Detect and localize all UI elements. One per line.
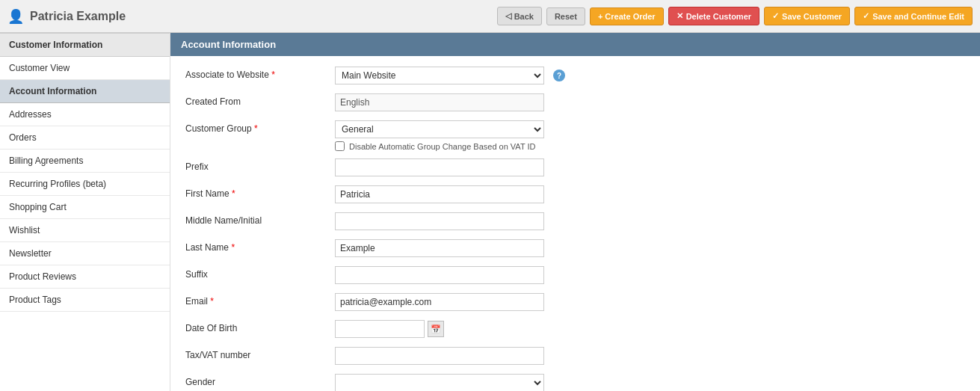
- customer-group-select[interactable]: General Wholesale Retailer: [335, 120, 544, 138]
- delete-icon: ✕: [677, 11, 683, 21]
- calendar-icon: 📅: [431, 324, 441, 334]
- created-from-input: [335, 93, 544, 111]
- save-customer-button[interactable]: ✓ Save Customer: [764, 7, 850, 25]
- prefix-row: Prefix: [185, 158, 965, 178]
- back-icon: ◁: [505, 11, 511, 21]
- disable-auto-group-checkbox[interactable]: [335, 141, 345, 151]
- associate-to-website-select[interactable]: Main Website: [335, 67, 544, 84]
- disable-auto-group-label: Disable Automatic Group Change Based on …: [349, 142, 535, 151]
- first-name-field: [335, 185, 965, 203]
- gender-label: Gender: [185, 374, 335, 387]
- date-of-birth-row: Date Of Birth 📅: [185, 320, 965, 339]
- associate-to-website-field: Main Website ?: [335, 67, 965, 84]
- email-row: Email *: [185, 293, 965, 313]
- sidebar-item-account-information[interactable]: Account Information: [0, 80, 170, 103]
- associate-to-website-row: Associate to Website * Main Website ?: [185, 67, 965, 86]
- back-button[interactable]: ◁ Back: [497, 7, 542, 25]
- top-bar-buttons: ◁ Back Reset + Create Order ✕ Delete Cus…: [497, 7, 973, 25]
- customer-name: Patricia Example: [30, 10, 126, 23]
- tax-vat-label: Tax/VAT number: [185, 347, 335, 360]
- delete-customer-button[interactable]: ✕ Delete Customer: [668, 7, 759, 25]
- last-name-field: [335, 239, 965, 257]
- sidebar-item-shopping-cart[interactable]: Shopping Cart: [0, 196, 170, 219]
- top-bar-left: 👤 Patricia Example: [7, 8, 126, 25]
- account-info-form: Associate to Website * Main Website ?: [170, 56, 980, 391]
- reset-button[interactable]: Reset: [546, 7, 585, 25]
- gender-row: Gender Male Female: [185, 374, 965, 391]
- sidebar-item-billing-agreements[interactable]: Billing Agreements: [0, 150, 170, 173]
- date-of-birth-field: 📅: [335, 320, 965, 338]
- create-order-button[interactable]: + Create Order: [590, 7, 664, 25]
- save-continue-button[interactable]: ✓ Save and Continue Edit: [854, 7, 973, 25]
- email-field: [335, 293, 965, 311]
- created-from-field: [335, 93, 965, 111]
- middle-name-field: [335, 212, 965, 230]
- first-name-label: First Name *: [185, 185, 335, 199]
- sidebar-item-product-reviews[interactable]: Product Reviews: [0, 265, 170, 289]
- gender-select[interactable]: Male Female: [335, 374, 544, 391]
- account-info-section-header: Account Information: [170, 33, 980, 56]
- save-continue-icon: ✓: [863, 11, 869, 21]
- last-name-row: Last Name *: [185, 239, 965, 259]
- first-name-input[interactable]: [335, 185, 544, 203]
- customer-group-row: Customer Group * General Wholesale Retai…: [185, 120, 965, 151]
- suffix-row: Suffix: [185, 266, 965, 286]
- sidebar: Customer Information Customer View Accou…: [0, 33, 170, 391]
- date-picker-button[interactable]: 📅: [428, 321, 444, 337]
- sidebar-item-customer-view[interactable]: Customer View: [0, 57, 170, 80]
- sidebar-item-orders[interactable]: Orders: [0, 126, 170, 150]
- sidebar-section-title: Customer Information: [0, 33, 170, 57]
- main-layout: Customer Information Customer View Accou…: [0, 33, 980, 391]
- top-bar: 👤 Patricia Example ◁ Back Reset + Create…: [0, 0, 980, 33]
- customer-group-field: General Wholesale Retailer Disable Autom…: [335, 120, 965, 151]
- sidebar-item-newsletter[interactable]: Newsletter: [0, 242, 170, 265]
- content-area: Account Information Associate to Website…: [170, 33, 980, 391]
- created-from-label: Created From: [185, 93, 335, 107]
- tax-vat-field: [335, 347, 965, 365]
- tax-vat-input[interactable]: [335, 347, 544, 365]
- customer-group-label: Customer Group *: [185, 120, 335, 134]
- sidebar-item-product-tags[interactable]: Product Tags: [0, 289, 170, 312]
- suffix-label: Suffix: [185, 266, 335, 280]
- middle-name-label: Middle Name/Initial: [185, 212, 335, 226]
- disable-auto-group-row: Disable Automatic Group Change Based on …: [335, 141, 965, 151]
- associate-to-website-help-icon[interactable]: ?: [553, 70, 565, 81]
- prefix-field: [335, 158, 965, 176]
- created-from-row: Created From: [185, 93, 965, 113]
- prefix-input[interactable]: [335, 158, 544, 176]
- date-input-wrapper: 📅: [335, 320, 965, 338]
- middle-name-row: Middle Name/Initial: [185, 212, 965, 232]
- last-name-input[interactable]: [335, 239, 544, 257]
- customer-avatar-icon: 👤: [7, 8, 24, 25]
- email-input[interactable]: [335, 293, 544, 311]
- first-name-row: First Name *: [185, 185, 965, 205]
- associate-to-website-label: Associate to Website *: [185, 67, 335, 80]
- date-of-birth-input[interactable]: [335, 320, 425, 338]
- save-icon: ✓: [772, 11, 779, 21]
- sidebar-item-wishlist[interactable]: Wishlist: [0, 219, 170, 242]
- suffix-input[interactable]: [335, 266, 544, 284]
- app-wrapper: 👤 Patricia Example ◁ Back Reset + Create…: [0, 0, 980, 391]
- date-of-birth-label: Date Of Birth: [185, 320, 335, 333]
- email-label: Email *: [185, 293, 335, 307]
- sidebar-item-addresses[interactable]: Addresses: [0, 103, 170, 126]
- gender-field: Male Female: [335, 374, 965, 391]
- last-name-label: Last Name *: [185, 239, 335, 253]
- middle-name-input[interactable]: [335, 212, 544, 230]
- sidebar-item-recurring-profiles[interactable]: Recurring Profiles (beta): [0, 173, 170, 196]
- prefix-label: Prefix: [185, 158, 335, 172]
- associate-to-website-required: *: [271, 70, 275, 80]
- tax-vat-row: Tax/VAT number: [185, 347, 965, 366]
- suffix-field: [335, 266, 965, 284]
